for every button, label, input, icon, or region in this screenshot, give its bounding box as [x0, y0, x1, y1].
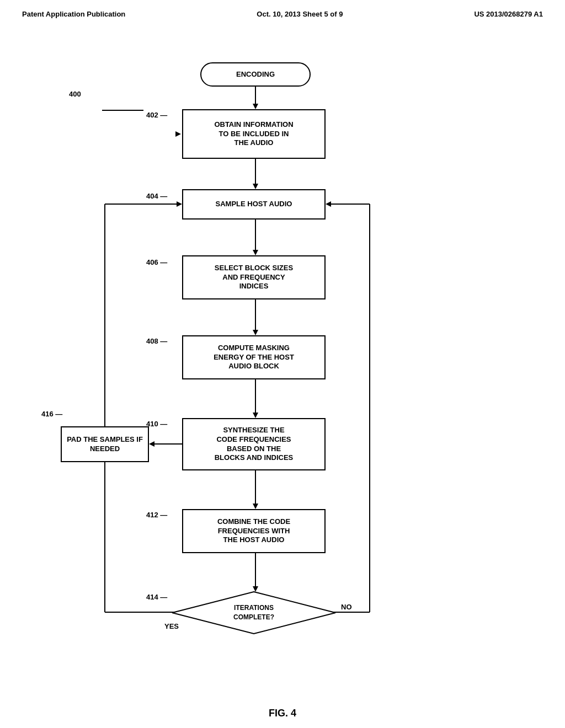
node-408: COMPUTE MASKINGENERGY OF THE HOSTAUDIO B… — [182, 335, 326, 379]
label-412: 412 — — [146, 511, 167, 519]
svg-marker-28 — [172, 592, 335, 634]
svg-marker-24 — [149, 441, 154, 447]
label-yes: YES — [164, 622, 179, 630]
node-412-label: COMBINE THE CODEFREQUENCIES WITHTHE HOST… — [217, 517, 290, 545]
label-414: 414 — — [146, 593, 167, 601]
svg-text:ITERATIONS: ITERATIONS — [234, 604, 274, 612]
node-406-label: SELECT BLOCK SIZESAND FREQUENCYINDICES — [215, 264, 293, 292]
node-408-label: COMPUTE MASKINGENERGY OF THE HOSTAUDIO B… — [214, 344, 294, 372]
label-no: NO — [341, 603, 352, 611]
label-402: 402 — — [146, 111, 167, 119]
label-400: 400 — [69, 90, 81, 98]
encoding-box: ENCODING — [200, 62, 311, 87]
svg-marker-9 — [253, 413, 258, 418]
svg-text:COMPLETE?: COMPLETE? — [233, 613, 274, 621]
diagram-area: ENCODING OBTAIN INFORMATIONTO BE INCLUDE… — [0, 29, 565, 702]
label-416: 416 — — [41, 410, 62, 418]
node-414: ITERATIONS COMPLETE? — [171, 591, 337, 635]
svg-marker-7 — [253, 330, 258, 335]
label-404: 404 — — [146, 192, 167, 200]
header-left: Patent Application Publication — [22, 10, 125, 18]
svg-marker-11 — [253, 504, 258, 509]
label-410: 410 — — [146, 420, 167, 428]
svg-marker-1 — [253, 104, 258, 109]
header-middle: Oct. 10, 2013 Sheet 5 of 9 — [257, 10, 343, 18]
node-404-label: SAMPLE HOST AUDIO — [216, 200, 292, 209]
node-416: PAD THE SAMPLES IFNEEDED — [61, 426, 149, 462]
header-right: US 2013/0268279 A1 — [474, 10, 543, 18]
svg-marker-20 — [326, 201, 331, 207]
node-410: SYNTHESIZE THECODE FREQUENCIESBASED ON T… — [182, 418, 326, 470]
label-406: 406 — — [146, 258, 167, 266]
fig-caption-text: FIG. 4 — [269, 708, 296, 719]
figure-caption: FIG. 4 — [0, 708, 565, 728]
node-410-label: SYNTHESIZE THECODE FREQUENCIESBASED ON T… — [215, 426, 294, 463]
node-412: COMBINE THE CODEFREQUENCIES WITHTHE HOST… — [182, 509, 326, 553]
label-408: 408 — — [146, 337, 167, 345]
encoding-label: ENCODING — [236, 70, 275, 79]
svg-marker-5 — [253, 250, 258, 255]
node-406: SELECT BLOCK SIZESAND FREQUENCYINDICES — [182, 255, 326, 299]
node-402-label: OBTAIN INFORMATIONTO BE INCLUDED INTHE A… — [214, 120, 293, 148]
svg-marker-3 — [253, 184, 258, 189]
node-404: SAMPLE HOST AUDIO — [182, 189, 326, 220]
svg-marker-22 — [175, 131, 181, 137]
node-402: OBTAIN INFORMATIONTO BE INCLUDED INTHE A… — [182, 109, 326, 159]
node-416-label: PAD THE SAMPLES IFNEEDED — [67, 435, 143, 454]
page-header: Patent Application Publication Oct. 10, … — [0, 0, 565, 24]
svg-marker-27 — [177, 201, 182, 207]
